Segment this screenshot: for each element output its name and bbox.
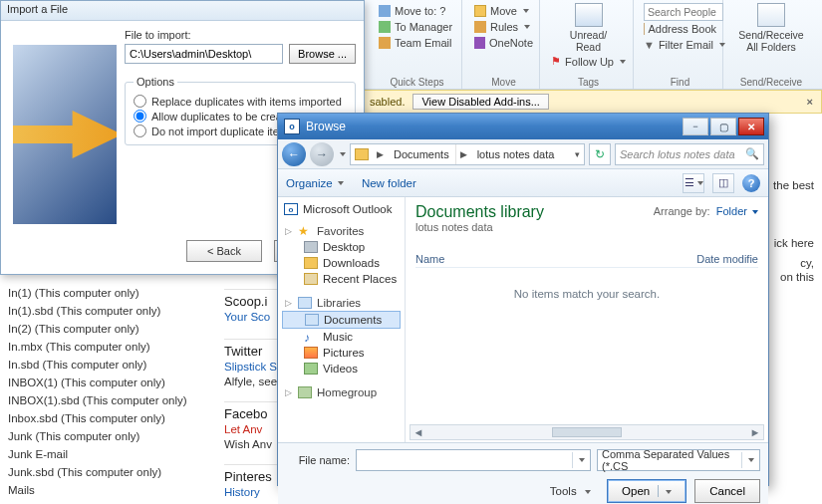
msgbar-text: sabled.	[370, 96, 405, 108]
folder-item[interactable]: INBOX(1).sbd (This computer only)	[8, 391, 207, 409]
crumb-folder[interactable]: lotus notes data	[471, 144, 561, 164]
bg-text: the best	[773, 179, 814, 191]
filename-input[interactable]	[356, 449, 591, 471]
close-button[interactable]: ✕	[738, 118, 764, 135]
nav-libraries[interactable]: ▷Libraries	[282, 295, 401, 311]
quickstep-tomanager[interactable]: To Manager	[379, 19, 455, 35]
group-title-tags: Tags	[544, 77, 633, 88]
msg-from[interactable]: Scoop.i	[224, 294, 267, 309]
open-button[interactable]: Open	[607, 479, 686, 503]
nav-outlook[interactable]: oMicrosoft Outlook	[282, 201, 401, 217]
search-icon: 🔍	[745, 147, 759, 160]
followup-button[interactable]: ⚑Follow Up	[551, 53, 626, 70]
arrange-by[interactable]: Arrange by: Folder	[654, 205, 758, 217]
opt-replace[interactable]: Replace duplicates with items imported	[134, 94, 347, 109]
search-input[interactable]: Search lotus notes data🔍	[615, 143, 764, 165]
chevron-right-icon[interactable]: ▶	[373, 149, 388, 159]
file-path-input[interactable]	[125, 44, 283, 64]
back-button[interactable]: < Back	[186, 240, 262, 262]
refresh-button[interactable]: ↻	[589, 143, 611, 165]
move-button[interactable]: Move	[474, 3, 533, 19]
browse-button[interactable]: Browse ...	[289, 44, 356, 64]
wizard-graphic	[13, 45, 117, 224]
search-people-input[interactable]	[644, 3, 723, 21]
nav-homegroup[interactable]: ▷Homegroup	[282, 384, 401, 400]
import-titlebar: Import a File	[1, 1, 364, 21]
folder-item[interactable]: In(1) (This computer only)	[8, 284, 207, 302]
folder-item[interactable]: In.mbx (This computer only)	[8, 338, 207, 356]
nav-downloads[interactable]: Downloads	[282, 255, 401, 271]
nav-history-dropdown[interactable]	[340, 152, 346, 156]
chevron-down-icon[interactable]	[741, 452, 757, 468]
preview-pane-button[interactable]: ◫	[712, 173, 734, 193]
folder-item[interactable]: In.sbd (This computer only)	[8, 356, 207, 374]
help-button[interactable]: ?	[742, 174, 760, 192]
chevron-down-icon[interactable]: ▾	[571, 149, 584, 159]
folder-item[interactable]: Inbox.sbd (This computer only)	[8, 409, 207, 427]
nav-music[interactable]: ♪Music	[282, 329, 401, 345]
nav-favorites[interactable]: ▷★Favorites	[282, 223, 401, 239]
toolbar: Organize New folder ☰ ◫ ?	[278, 169, 768, 197]
msg-subject[interactable]: Let Anv	[224, 423, 262, 435]
msgbar-close-icon[interactable]: ×	[807, 96, 813, 108]
folder-item[interactable]: In(1).sbd (This computer only)	[8, 302, 207, 320]
library-subtitle: lotus notes data	[415, 221, 758, 233]
nav-pictures[interactable]: Pictures	[282, 345, 401, 361]
group-title-find: Find	[638, 77, 722, 88]
onenote-button[interactable]: OneNote	[474, 35, 533, 51]
filter-email-button[interactable]: ▼Filter Email	[644, 37, 716, 53]
folder-item[interactable]: In(2) (This computer only)	[8, 320, 207, 338]
bg-text: cy,	[800, 257, 814, 269]
group-title-quicksteps: Quick Steps	[373, 77, 461, 88]
nav-desktop[interactable]: Desktop	[282, 239, 401, 255]
nav-forward-button[interactable]: →	[310, 142, 334, 166]
horizontal-scrollbar[interactable]: ◄►	[410, 424, 764, 440]
nav-documents[interactable]: Documents	[282, 311, 401, 329]
tools-menu[interactable]: Tools	[550, 485, 591, 497]
organize-button[interactable]: Organize	[286, 177, 344, 189]
nav-back-button[interactable]: ←	[282, 142, 306, 166]
msg-subject[interactable]: Your Sco	[224, 311, 270, 323]
crumb-documents[interactable]: Documents	[388, 144, 456, 164]
msg-from[interactable]: Pinteres	[224, 469, 272, 484]
send-receive-button[interactable]: Send/Receive All Folders	[739, 3, 803, 75]
folder-list: In(1) (This computer only) In(1).sbd (Th…	[8, 284, 207, 504]
outlook-icon: o	[284, 119, 300, 134]
browse-titlebar[interactable]: o Browse － ▢ ✕	[278, 114, 768, 139]
breadcrumb[interactable]: ▶ Documents ▶ lotus notes data ▾	[350, 143, 585, 165]
minimize-button[interactable]: －	[683, 118, 708, 135]
view-disabled-addins-button[interactable]: View Disabled Add-ins...	[412, 94, 548, 110]
unread-read-button[interactable]: Unread/ Read	[557, 3, 621, 53]
group-title-sendrec: Send/Receive	[727, 77, 815, 88]
nav-recent[interactable]: Recent Places	[282, 271, 401, 287]
quickstep-teamemail[interactable]: Team Email	[379, 35, 455, 51]
col-name[interactable]: Name	[415, 253, 696, 265]
folder-item[interactable]: Mails	[8, 481, 207, 499]
address-bar: ← → ▶ Documents ▶ lotus notes data ▾ ↻ S…	[278, 139, 768, 169]
cancel-button[interactable]: Cancel	[694, 479, 760, 503]
maximize-button[interactable]: ▢	[710, 118, 736, 135]
browse-title: Browse	[306, 120, 346, 133]
msg-from[interactable]: Facebo	[224, 406, 267, 421]
dialog-bottom: File name: Comma Separated Values (*.CS …	[278, 442, 768, 504]
new-folder-button[interactable]: New folder	[362, 177, 416, 189]
rules-button[interactable]: Rules	[474, 19, 533, 35]
col-date[interactable]: Date modifie	[696, 253, 758, 265]
chevron-down-icon[interactable]	[572, 452, 588, 468]
folder-item[interactable]: Mails (This computer only)	[8, 499, 207, 504]
file-type-filter[interactable]: Comma Separated Values (*.CS	[597, 449, 760, 471]
file-to-import-label: File to import:	[125, 29, 356, 41]
chevron-right-icon[interactable]: ▶	[456, 149, 471, 159]
msg-subject[interactable]: History	[224, 486, 260, 498]
quickstep-moveto[interactable]: Move to: ?	[379, 3, 455, 19]
view-mode-button[interactable]: ☰	[683, 173, 704, 193]
address-book-button[interactable]: Address Book	[644, 21, 716, 37]
folder-item[interactable]: Junk.sbd (This computer only)	[8, 463, 207, 481]
browse-dialog: o Browse － ▢ ✕ ← → ▶ Documents ▶ lotus n…	[277, 113, 769, 486]
folder-item[interactable]: INBOX(1) (This computer only)	[8, 374, 207, 391]
msg-subject[interactable]: Slipstick S	[224, 361, 277, 373]
msg-from[interactable]: Twitter	[224, 344, 262, 359]
folder-item[interactable]: Junk (This computer only)	[8, 427, 207, 445]
nav-videos[interactable]: Videos	[282, 361, 401, 377]
folder-item[interactable]: Junk E-mail	[8, 445, 207, 463]
